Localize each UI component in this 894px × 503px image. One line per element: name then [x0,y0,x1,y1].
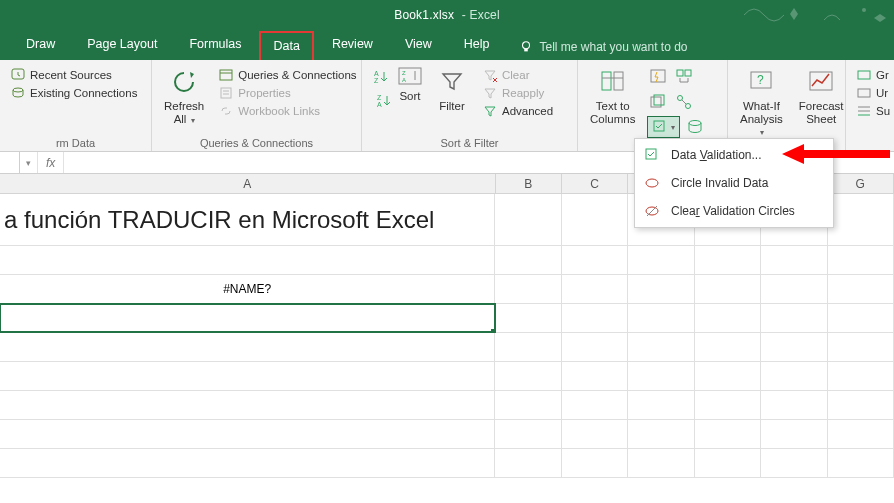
cell[interactable] [695,420,761,448]
cell[interactable] [761,391,827,419]
cell-a3[interactable]: #NAME? [0,275,495,303]
cell[interactable] [562,420,628,448]
cell[interactable] [695,362,761,390]
tab-view[interactable]: View [391,29,446,60]
tab-formulas[interactable]: Formulas [175,29,255,60]
cell[interactable] [828,275,894,303]
tab-page-layout[interactable]: Page Layout [73,29,171,60]
cell[interactable] [562,194,628,245]
queries-connections-button[interactable]: Queries & Connections [216,66,358,84]
cell[interactable] [828,194,894,245]
cell[interactable] [495,304,561,332]
cell[interactable] [761,362,827,390]
advanced-filter-button[interactable]: Advanced [480,102,555,120]
cell[interactable] [695,275,761,303]
tab-data[interactable]: Data [259,31,313,60]
cell[interactable] [562,333,628,361]
cell[interactable] [695,246,761,274]
cell[interactable] [761,449,827,477]
sort-az-button[interactable]: AZ [370,66,392,88]
tell-me-search[interactable]: Tell me what you want to do [507,34,699,60]
cell[interactable] [695,304,761,332]
ungroup-button[interactable]: Ur [854,84,878,102]
cell[interactable] [628,362,694,390]
data-model-button[interactable] [684,116,706,138]
cell[interactable] [562,391,628,419]
cell[interactable] [562,362,628,390]
cell[interactable] [495,449,561,477]
forecast-sheet-button[interactable]: Forecast Sheet [795,64,848,147]
cell[interactable] [761,246,827,274]
col-header-g[interactable]: G [828,174,894,193]
name-box-dropdown[interactable]: ▾ [20,152,38,173]
cell[interactable] [495,362,561,390]
cell[interactable] [761,420,827,448]
cell[interactable] [0,246,495,274]
tab-help[interactable]: Help [450,29,504,60]
cell[interactable] [828,246,894,274]
sort-za-button[interactable]: ZA [373,90,395,112]
cell[interactable] [495,391,561,419]
text-to-columns-button[interactable]: Text to Columns [586,64,639,138]
col-header-c[interactable]: C [562,174,628,193]
fx-label[interactable]: fx [38,152,64,173]
cell[interactable] [828,391,894,419]
cell[interactable] [562,246,628,274]
tab-draw[interactable]: Draw [12,29,69,60]
cell[interactable] [828,333,894,361]
cell[interactable] [0,333,495,361]
cell[interactable] [0,391,495,419]
cell[interactable] [761,304,827,332]
group-button[interactable]: Gr [854,66,878,84]
what-if-analysis-button[interactable]: ? What-If Analysis ▾ [736,64,787,147]
cell[interactable] [495,275,561,303]
cell-a4-selected[interactable] [0,304,495,332]
cell[interactable] [628,275,694,303]
cell[interactable] [562,449,628,477]
menu-clear-circles[interactable]: Clear Validation Circles [637,197,831,225]
refresh-all-button[interactable]: Refresh All ▾ [160,64,208,135]
cell[interactable] [0,362,495,390]
cell[interactable] [828,449,894,477]
cell[interactable] [562,275,628,303]
cell[interactable] [0,420,495,448]
cell[interactable] [828,420,894,448]
cell[interactable] [828,362,894,390]
cell[interactable] [828,304,894,332]
recent-sources-button[interactable]: Recent Sources [8,66,143,84]
tab-review[interactable]: Review [318,29,387,60]
cell-a1[interactable]: a función TRADUCIR en Microsoft Excel [0,194,495,245]
menu-circle-invalid[interactable]: Circle Invalid Data [637,169,831,197]
filter-button[interactable]: Filter [432,64,472,135]
clear-filter-button[interactable]: Clear [480,66,555,84]
cell[interactable] [495,246,561,274]
cell[interactable] [628,246,694,274]
reapply-button[interactable]: Reapply [480,84,555,102]
cell[interactable] [628,449,694,477]
remove-duplicates-button[interactable] [647,91,669,113]
existing-connections-button[interactable]: Existing Connections [8,84,143,102]
cell[interactable] [495,333,561,361]
sort-button[interactable]: ZA [396,66,424,88]
cell[interactable] [628,391,694,419]
cell[interactable] [695,391,761,419]
cell[interactable] [695,449,761,477]
cell[interactable] [495,194,561,245]
cell[interactable] [562,304,628,332]
cell[interactable] [628,333,694,361]
name-box[interactable] [0,152,20,173]
subtotal-button[interactable]: Su [854,102,878,120]
workbook-links-button[interactable]: Workbook Links [216,102,358,120]
col-header-b[interactable]: B [496,174,562,193]
relationships-button[interactable] [673,91,695,113]
fill-handle[interactable] [491,329,495,332]
cell[interactable] [0,449,495,477]
cell[interactable] [761,333,827,361]
flash-fill-button[interactable] [647,66,669,88]
cell[interactable] [495,420,561,448]
data-validation-split-button[interactable]: ▾ [647,116,680,138]
col-header-a[interactable]: A [0,174,496,193]
consolidate-button[interactable] [673,66,695,88]
cell[interactable] [628,304,694,332]
properties-button[interactable]: Properties [216,84,358,102]
